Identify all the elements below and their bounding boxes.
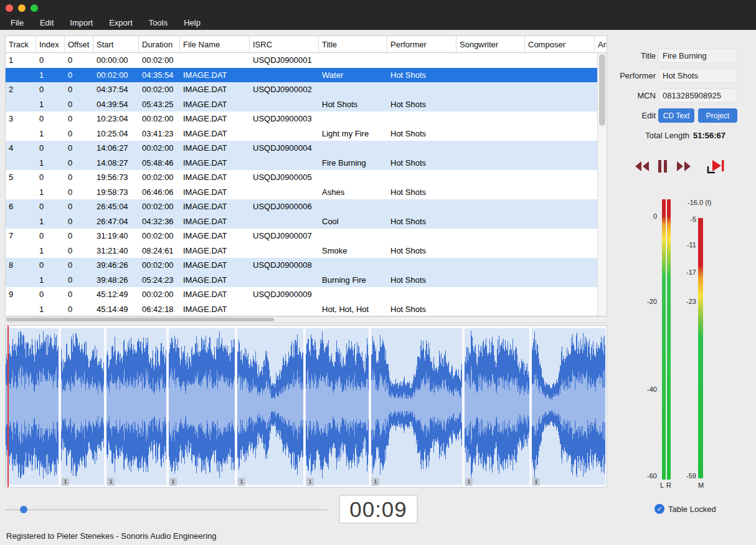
table-row[interactable]: 1004:39:5405:43:25IMAGE.DATHot ShotsHot … (6, 97, 607, 112)
table-cell: USQDJ0900005 (250, 173, 319, 182)
column-header-songwriter[interactable]: Songwriter (456, 36, 525, 52)
pause-button[interactable] (658, 159, 668, 173)
table-cell: 0 (65, 129, 93, 138)
table-cell: 19:58:73 (93, 187, 139, 197)
vertical-scrollbar-thumb[interactable] (599, 54, 605, 126)
table-cell: 05:24:23 (139, 275, 180, 285)
rewind-button[interactable] (634, 160, 650, 173)
table-row[interactable]: 1014:08:2705:48:46IMAGE.DATFire BurningH… (6, 156, 607, 171)
table-cell: USQDJ0900004 (250, 143, 319, 153)
column-header-isrc[interactable]: ISRC (250, 36, 319, 52)
cd-text-button[interactable]: CD Text (658, 108, 694, 123)
table-cell: 1 (36, 275, 65, 285)
table-row[interactable]: 50019:56:7300:02:00IMAGE.DATUSQDJ0900005 (6, 170, 607, 185)
menu-file[interactable]: File (2, 16, 32, 30)
position-slider-track[interactable] (5, 509, 328, 511)
play-to-end-button[interactable] (707, 158, 725, 174)
horizontal-scrollbar[interactable] (5, 316, 607, 323)
table-cell: IMAGE.DAT (180, 260, 250, 270)
column-header-track[interactable]: Track (6, 36, 36, 52)
table-cell: 0 (36, 173, 65, 182)
menu-export[interactable]: Export (101, 16, 141, 30)
table-locked-indicator[interactable]: ✓ Table Locked (654, 504, 716, 514)
table-row[interactable]: 40014:06:2700:02:00IMAGE.DATUSQDJ0900004 (6, 141, 607, 156)
table-row[interactable]: 60026:45:0400:02:00IMAGE.DATUSQDJ0900006 (6, 199, 607, 214)
column-header-arr[interactable]: Arr (595, 36, 607, 52)
table-cell: 1 (36, 70, 65, 80)
project-button[interactable]: Project (698, 108, 737, 123)
channel-label-m: M (698, 481, 704, 489)
table-cell: IMAGE.DAT (180, 290, 250, 299)
table-row[interactable]: 90045:12:4900:02:00IMAGE.DATUSQDJ0900009 (6, 287, 607, 302)
vertical-scrollbar[interactable] (597, 53, 607, 316)
column-header-composer[interactable]: Composer (525, 36, 595, 52)
table-cell: 00:00:00 (93, 55, 139, 65)
table-cell: 6 (6, 202, 36, 211)
lr-scale-label: -60 (638, 472, 657, 480)
edit-label: Edit (612, 108, 656, 123)
table-cell: IMAGE.DAT (180, 100, 250, 109)
table-row-selected[interactable]: 1000:02:0004:35:54IMAGE.DATWaterHot Shot… (6, 68, 607, 83)
position-slider-handle[interactable] (20, 506, 27, 513)
close-window-button[interactable] (6, 4, 13, 12)
table-cell: 7 (6, 231, 36, 240)
table-cell: 05:43:25 (139, 100, 180, 109)
table-cell: 00:02:00 (139, 143, 180, 153)
table-cell: 06:42:18 (139, 305, 180, 314)
menu-help[interactable]: Help (176, 16, 209, 30)
table-cell: Fire Burning (319, 158, 387, 168)
right-panel: TitleFire BurningPerformerHot ShotsMCN08… (612, 36, 756, 545)
table-cell: IMAGE.DAT (180, 217, 250, 226)
performer-field[interactable]: Hot Shots (658, 69, 737, 83)
table-cell: Hot Shots (387, 305, 456, 314)
table-cell: USQDJ0900009 (250, 290, 319, 299)
table-row[interactable]: 20004:37:5400:02:00IMAGE.DATUSQDJ0900002 (6, 82, 607, 97)
waveform-area[interactable]: 11111111 (5, 325, 607, 488)
table-row[interactable]: 1039:48:2605:24:23IMAGE.DATBurning FireH… (6, 273, 607, 288)
column-header-title[interactable]: Title (319, 36, 387, 52)
channel-label-l: L (660, 481, 664, 489)
column-header-duration[interactable]: Duration (139, 36, 180, 52)
table-cell: USQDJ0900002 (250, 85, 319, 94)
table-cell: USQDJ0900001 (250, 55, 319, 65)
mcn-field[interactable]: 0813285908925 (658, 88, 737, 103)
total-length-value: 51:56:67 (693, 131, 725, 140)
column-header-offset[interactable]: Offset (65, 36, 93, 52)
time-display: 00:09 (339, 495, 418, 524)
window-controls (6, 4, 38, 12)
menu-edit[interactable]: Edit (32, 16, 62, 30)
table-cell: Burning Fire (319, 275, 387, 285)
table-cell: USQDJ0900008 (250, 260, 319, 270)
check-badge-icon: ✓ (654, 504, 664, 514)
menu-import[interactable]: Import (62, 16, 101, 30)
registration-status-text: Registered to Pieter Stenekes - Sonoris … (6, 531, 216, 541)
column-header-index[interactable]: Index (36, 36, 65, 52)
table-cell: 1 (36, 246, 65, 255)
table-cell: Ashes (319, 187, 387, 197)
table-row[interactable]: 1019:58:7306:46:06IMAGE.DATAshesHot Shot… (6, 185, 607, 200)
zoom-window-button[interactable] (31, 4, 38, 12)
table-cell: 0 (36, 290, 65, 299)
column-header-file-name[interactable]: File Name (180, 36, 250, 52)
column-header-performer[interactable]: Performer (387, 36, 456, 52)
table-header-row: TrackIndexOffsetStartDurationFile NameIS… (6, 36, 607, 53)
title-field[interactable]: Fire Burning (658, 49, 737, 63)
table-row[interactable]: 80039:46:2600:02:00IMAGE.DATUSQDJ0900008 (6, 258, 607, 273)
table-row[interactable]: 1026:47:0404:32:36IMAGE.DATCoolHot Shots (6, 214, 607, 229)
table-row[interactable]: 30010:23:0400:02:00IMAGE.DATUSQDJ0900003 (6, 111, 607, 126)
table-cell: 0 (36, 260, 65, 270)
table-cell: 45:14:49 (93, 305, 139, 314)
table-row[interactable]: 1045:14:4906:42:18IMAGE.DATHot, Hot, Hot… (6, 302, 607, 317)
table-row[interactable]: 70031:19:4000:02:00IMAGE.DATUSQDJ0900007 (6, 229, 607, 244)
table-row[interactable]: 10000:00:0000:02:00USQDJ0900001 (6, 53, 607, 68)
waveform-canvas[interactable] (6, 326, 607, 487)
minimize-window-button[interactable] (18, 4, 26, 12)
table-cell: 00:02:00 (139, 202, 180, 211)
table-row[interactable]: 1031:21:4008:24:61IMAGE.DATSmokeHot Shot… (6, 244, 607, 258)
column-header-start[interactable]: Start (93, 36, 139, 52)
table-row[interactable]: 1010:25:0403:41:23IMAGE.DATLight my Fire… (6, 126, 607, 141)
horizontal-scrollbar-thumb[interactable] (6, 318, 274, 321)
m-scale-label: -5 (673, 216, 696, 223)
menu-tools[interactable]: Tools (141, 16, 176, 30)
fast-forward-button[interactable] (676, 160, 692, 173)
